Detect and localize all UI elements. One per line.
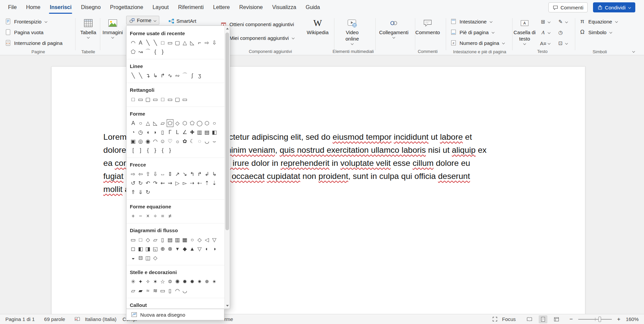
shape-item[interactable]: ╲ xyxy=(129,71,137,80)
shape-item[interactable]: ✧ xyxy=(144,277,152,286)
header-button[interactable]: Intestazione xyxy=(448,17,511,26)
shape-item[interactable]: ⇩ xyxy=(152,170,159,178)
blank-page-button[interactable]: Pagina vuota xyxy=(3,27,74,37)
print-layout-button[interactable] xyxy=(539,315,547,323)
shape-item[interactable]: ⊟ xyxy=(137,254,144,262)
tab-guida[interactable]: Guida xyxy=(305,0,321,15)
date-time-button[interactable]: ◷ xyxy=(556,28,565,37)
shape-item[interactable]: { xyxy=(144,146,152,154)
shape-item[interactable]: = xyxy=(159,212,166,220)
shape-item[interactable]: ↝ xyxy=(137,48,144,56)
shape-item[interactable]: ↗ xyxy=(174,170,181,178)
shape-item[interactable]: ◇ xyxy=(196,236,203,244)
shape-item[interactable]: ⊕ xyxy=(159,245,166,253)
shape-item[interactable]: ✴ xyxy=(211,277,218,286)
shape-item[interactable]: ↘ xyxy=(181,170,189,178)
shape-item[interactable]: ⇣ xyxy=(211,179,218,187)
shape-item[interactable]: ⌐ xyxy=(196,39,203,47)
status-language[interactable]: Italiano (Italia) xyxy=(85,316,116,322)
online-video-button[interactable]: Video online xyxy=(341,17,363,45)
shape-item[interactable]: × xyxy=(144,212,152,220)
shape-item[interactable]: ∾ xyxy=(174,71,181,80)
shape-item[interactable]: ⇧ xyxy=(144,170,152,178)
shape-item[interactable]: ⇓ xyxy=(137,188,144,196)
zoom-out-button[interactable]: − xyxy=(569,316,574,323)
shape-item[interactable]: △ xyxy=(181,39,189,47)
share-button[interactable]: Condividi xyxy=(593,2,635,12)
shape-item[interactable]: ≈ xyxy=(144,286,152,295)
shape-item[interactable]: △ xyxy=(144,119,152,127)
shape-item[interactable]: ≠ xyxy=(166,212,174,220)
new-comment-button[interactable]: Commento xyxy=(417,17,439,35)
shape-item[interactable]: ◫ xyxy=(144,254,152,262)
shape-item[interactable]: ↱ xyxy=(159,71,166,80)
shape-item[interactable]: + xyxy=(129,212,137,220)
shape-item[interactable]: ◡ xyxy=(203,137,211,145)
shape-item[interactable]: ○ xyxy=(211,119,218,127)
shape-item[interactable]: ⊗ xyxy=(166,245,174,253)
shape-item[interactable]: ↰ xyxy=(189,170,196,178)
shape-item[interactable]: ◐ xyxy=(203,245,211,253)
shape-item[interactable]: ◁ xyxy=(203,236,211,244)
shape-item[interactable]: ✿ xyxy=(181,137,189,145)
shape-item[interactable]: ☺ xyxy=(159,137,166,145)
drop-cap-button[interactable]: A≡ xyxy=(539,39,551,48)
text-box-button[interactable]: A Casella di testo xyxy=(514,17,535,45)
shape-item[interactable]: ⇨ xyxy=(203,39,211,47)
links-button[interactable]: Collegamenti xyxy=(378,17,410,39)
shape-item[interactable]: ▭ xyxy=(181,95,189,104)
tab-progettazione[interactable]: Progettazione xyxy=(109,0,144,15)
shape-item[interactable]: ♡ xyxy=(166,137,174,145)
shape-item[interactable]: A xyxy=(137,39,144,47)
shape-item[interactable]: ╲ xyxy=(152,39,159,47)
shape-item[interactable]: ◺ xyxy=(189,39,196,47)
shape-item[interactable]: ○ xyxy=(189,236,196,244)
tab-home[interactable]: Home xyxy=(25,0,41,15)
shape-item[interactable]: L xyxy=(174,128,181,136)
shape-item[interactable]: ◒ xyxy=(129,254,137,262)
shape-item[interactable]: { xyxy=(159,146,166,154)
object-button[interactable]: ⊡ xyxy=(556,39,569,48)
shape-item[interactable]: ʒ xyxy=(196,71,203,80)
shape-item[interactable]: ◧ xyxy=(137,245,144,253)
shape-item[interactable]: } xyxy=(152,146,159,154)
signature-line-button[interactable]: ✎ xyxy=(556,17,569,26)
shape-item[interactable]: ⌣ xyxy=(211,137,218,145)
shape-item[interactable]: ⇦ xyxy=(137,170,144,178)
zoom-percentage[interactable]: 160% xyxy=(626,316,639,322)
shape-item[interactable]: ▽ xyxy=(196,245,203,253)
shape-item[interactable]: ✡ xyxy=(166,277,174,286)
shape-item[interactable]: ↳ xyxy=(211,170,218,178)
shape-item[interactable]: ✦ xyxy=(137,277,144,286)
shape-item[interactable]: ◠ xyxy=(174,286,181,295)
shape-item[interactable]: ⇨ xyxy=(129,170,137,178)
shape-item[interactable]: ▾ xyxy=(174,245,181,253)
shape-item[interactable]: ↻ xyxy=(137,179,144,187)
shape-item[interactable]: ☆ xyxy=(159,277,166,286)
tab-inserisci[interactable]: Inserisci xyxy=(49,0,72,15)
shape-item[interactable]: ] xyxy=(137,146,144,154)
shape-item[interactable]: ╲ xyxy=(144,39,152,47)
shape-item[interactable]: ◧ xyxy=(211,128,218,136)
shape-item[interactable]: ⇑ xyxy=(129,188,137,196)
shape-item[interactable]: ↴ xyxy=(144,71,152,80)
status-page-number[interactable]: Pagina 1 di 1 xyxy=(5,316,35,322)
tab-revisione[interactable]: Revisione xyxy=(238,0,263,15)
shape-item[interactable]: ☼ xyxy=(174,137,181,145)
shape-item[interactable]: ▢ xyxy=(144,95,152,104)
focus-toggle[interactable]: Focus xyxy=(502,316,516,322)
wordart-button[interactable]: A xyxy=(539,28,551,37)
shape-item[interactable]: □ xyxy=(159,39,166,47)
shape-item[interactable]: ◗ xyxy=(152,128,159,136)
shape-item[interactable]: ▭ xyxy=(152,95,159,104)
shape-item[interactable]: ⇩ xyxy=(211,39,218,47)
shape-item[interactable]: ⌒ xyxy=(181,71,189,80)
read-mode-button[interactable] xyxy=(525,315,534,323)
shape-item[interactable]: ◇ xyxy=(144,236,152,244)
scrollbar-thumb[interactable] xyxy=(225,33,229,230)
shape-item[interactable]: ◔ xyxy=(129,128,137,136)
shape-item[interactable]: ÷ xyxy=(152,212,159,220)
shape-item[interactable]: □ xyxy=(137,236,144,244)
shape-item[interactable]: ▢ xyxy=(174,39,181,47)
shape-item[interactable]: ◨ xyxy=(144,245,152,253)
